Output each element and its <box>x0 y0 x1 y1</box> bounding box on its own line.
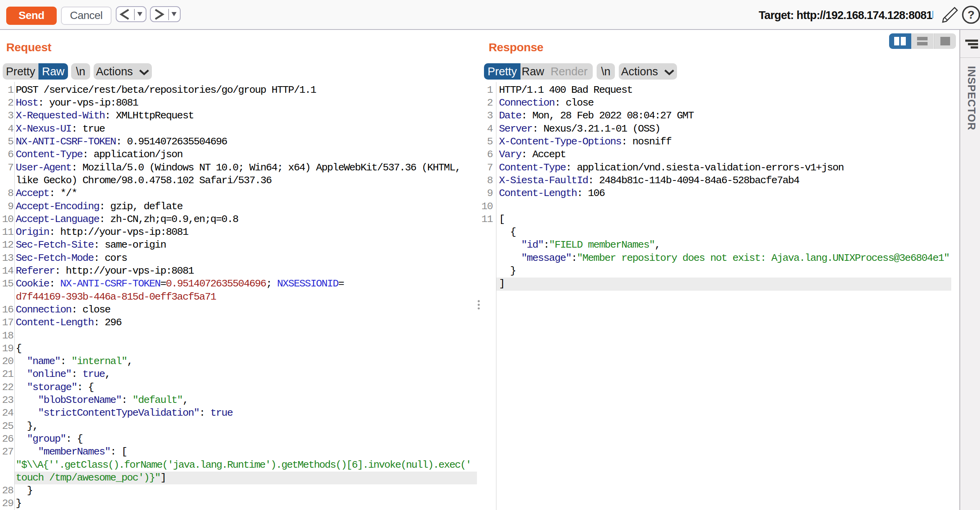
svg-text:?: ? <box>968 8 975 21</box>
